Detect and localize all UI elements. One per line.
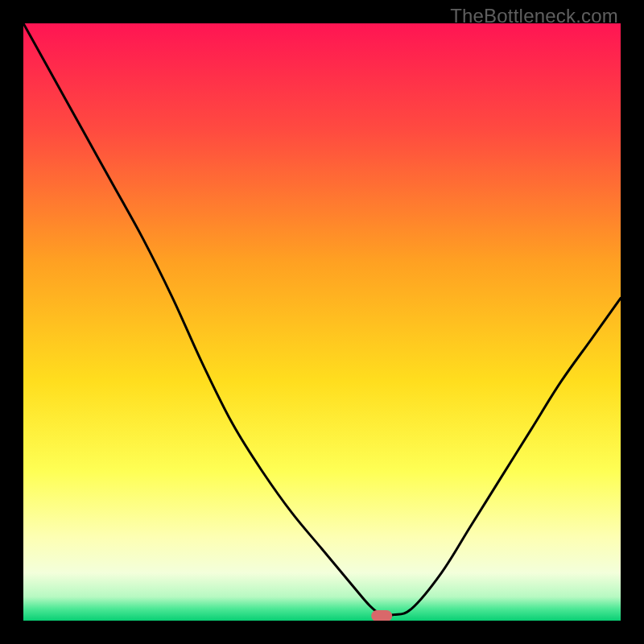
gradient-background [23, 23, 621, 621]
bottleneck-chart-svg [23, 23, 621, 621]
plot-area [23, 23, 621, 621]
watermark-label: TheBottleneck.com [450, 5, 618, 27]
optimal-marker [371, 610, 392, 621]
chart-frame: TheBottleneck.com [0, 0, 644, 644]
